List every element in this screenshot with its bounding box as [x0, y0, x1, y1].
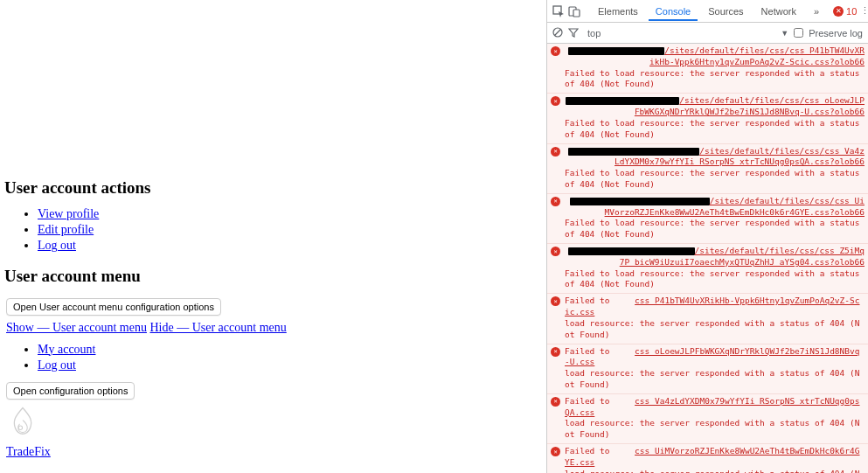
- more-tabs-button[interactable]: »: [807, 2, 826, 21]
- error-icon: ✕: [551, 397, 560, 407]
- error-source-link[interactable]: css_P41bTW4UvXRikHb-Vppk6Htny1qvZumPoAq2…: [565, 296, 859, 316]
- console-filter-bar: top ▼ Preserve log: [547, 23, 868, 44]
- console-error-row[interactable]: ✕ /sites/default/files/css/css_UiMVorzoR…: [547, 194, 868, 244]
- site-home-link[interactable]: TradeFix: [6, 445, 51, 458]
- toggle-device-icon[interactable]: [568, 3, 580, 19]
- error-icon: ✕: [551, 296, 560, 306]
- my-account-link[interactable]: My account: [38, 343, 95, 356]
- error-source-link[interactable]: css_Va4zLdYXDM0x79wYfYIi_RSorpNS_xtrTcNU…: [565, 396, 859, 417]
- menu-visibility-links: Show — User account menu Hide — User acc…: [6, 321, 542, 335]
- error-count-value: 10: [846, 6, 857, 17]
- rendered-page: User account actions View profile Edit p…: [0, 0, 546, 473]
- error-icon: ✕: [551, 197, 560, 206]
- user-account-menu-list: My account Log out: [38, 342, 542, 373]
- console-error-row[interactable]: ✕ Failed to css_oLoewJLPFbWKGXqNDrYRklQW…: [547, 344, 868, 394]
- filter-icon[interactable]: [568, 27, 579, 39]
- edit-profile-link[interactable]: Edit profile: [38, 223, 94, 236]
- list-item: View profile: [38, 206, 542, 222]
- preserve-log-label: Preserve log: [809, 28, 863, 38]
- error-count-badge[interactable]: ✕ 10: [833, 6, 857, 17]
- console-output: ✕ /sites/default/files/css/css_P41bTW4Uv…: [547, 44, 868, 473]
- list-item: Edit profile: [38, 222, 542, 238]
- view-profile-link[interactable]: View profile: [38, 207, 99, 220]
- menu-logout-link[interactable]: Log out: [38, 358, 76, 372]
- heading-user-account-menu: User account menu: [4, 267, 542, 286]
- error-icon: ✕: [551, 247, 560, 256]
- error-message: Failed to load resource: the server resp…: [565, 218, 859, 239]
- error-icon: ✕: [551, 347, 560, 357]
- devtools-tab-bar: Elements Console Sources Network » ✕ 10 …: [547, 0, 868, 23]
- console-error-row[interactable]: ✕ /sites/default/files/css/css_P41bTW4Uv…: [547, 44, 868, 94]
- kebab-menu-icon[interactable]: ⋮: [860, 3, 868, 19]
- tab-sources[interactable]: Sources: [701, 2, 750, 21]
- list-item: Log out: [38, 358, 542, 373]
- error-message: load resource: the server responded with…: [565, 418, 859, 439]
- error-source-link[interactable]: css_UiMVorzoRZJEnKke8WwU2AeTh4tBwEmDkHc0…: [565, 446, 859, 467]
- hide-user-account-menu-link[interactable]: Hide — User account menu: [149, 321, 286, 334]
- error-message: Failed to load resource: the server resp…: [565, 68, 859, 89]
- devtools-panel: Elements Console Sources Network » ✕ 10 …: [546, 0, 868, 473]
- error-icon: ✕: [551, 147, 560, 157]
- preserve-log-checkbox[interactable]: [794, 28, 803, 38]
- context-selector[interactable]: top: [584, 27, 604, 39]
- console-error-row[interactable]: ✕ Failed to css_UiMVorzoRZJEnKke8WwU2AeT…: [547, 444, 868, 473]
- list-item: My account: [38, 342, 542, 358]
- error-message: Failed to load resource: the server resp…: [565, 268, 859, 289]
- inspect-element-icon[interactable]: [552, 3, 565, 19]
- error-message: load resource: the server responded with…: [565, 469, 859, 473]
- console-error-row[interactable]: ✕ /sites/default/files/css/css_Z5iMq7P_b…: [547, 244, 868, 294]
- console-error-row[interactable]: ✕ /sites/default/files/css/css_Va4zLdYXD…: [547, 144, 868, 194]
- svg-rect-3: [573, 10, 580, 17]
- svg-point-0: [18, 426, 22, 429]
- error-icon: ✕: [551, 447, 560, 456]
- tab-console[interactable]: Console: [649, 2, 698, 21]
- console-error-row[interactable]: ✕ Failed to css_Va4zLdYXDM0x79wYfYIi_RSo…: [547, 394, 868, 444]
- error-source-link[interactable]: css_oLoewJLPFbWKGXqNDrYRklQWJf2be7iNS1Jd…: [565, 346, 859, 367]
- user-account-actions-list: View profile Edit profile Log out: [38, 206, 542, 254]
- list-item: Log out: [38, 238, 542, 254]
- console-error-row[interactable]: ✕ Failed to css_P41bTW4UvXRikHb-Vppk6Htn…: [547, 294, 868, 344]
- error-icon: ✕: [551, 96, 560, 106]
- drupal-logo-icon: [6, 405, 39, 442]
- levels-dropdown-icon[interactable]: ▼: [781, 29, 788, 38]
- error-message: load resource: the server responded with…: [565, 318, 859, 339]
- error-icon: ✕: [833, 6, 844, 17]
- tab-elements[interactable]: Elements: [591, 2, 645, 21]
- tab-network[interactable]: Network: [754, 2, 803, 21]
- clear-console-icon[interactable]: [552, 27, 563, 39]
- error-message: Failed to load resource: the server resp…: [565, 118, 859, 139]
- console-error-row[interactable]: ✕ /sites/default/files/css/css_oLoewJLPF…: [547, 94, 868, 143]
- open-user-account-menu-config-button[interactable]: Open User account menu configuration opt…: [6, 298, 221, 316]
- open-configuration-options-button[interactable]: Open configuration options: [6, 382, 135, 400]
- error-message: load resource: the server responded with…: [565, 368, 859, 389]
- error-source-link[interactable]: /sites/default/files/css/css_P41bTW4UvXR…: [649, 45, 865, 66]
- svg-line-5: [555, 29, 561, 35]
- show-user-account-menu-link[interactable]: Show — User account menu: [6, 321, 147, 334]
- logout-link[interactable]: Log out: [38, 239, 76, 252]
- error-message: Failed to load resource: the server resp…: [565, 168, 859, 189]
- error-icon: ✕: [551, 46, 560, 56]
- heading-user-account-actions: User account actions: [4, 178, 542, 198]
